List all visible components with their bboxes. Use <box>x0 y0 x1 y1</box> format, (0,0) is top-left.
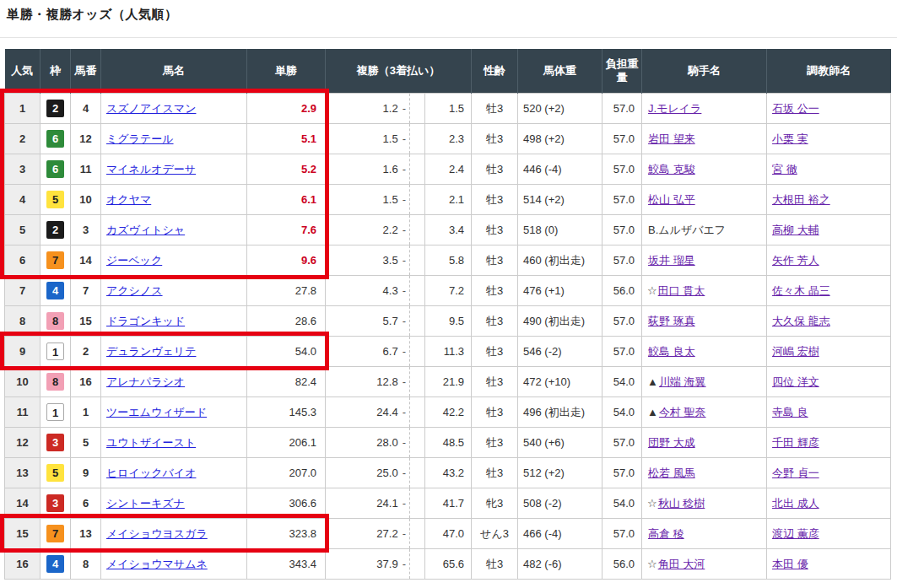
horse-name-link[interactable]: シントーキズナ <box>106 497 185 510</box>
horse-name-link[interactable]: オクヤマ <box>106 193 151 206</box>
horse-name-link[interactable]: ミグラテール <box>106 132 174 145</box>
rank-cell: 13 <box>5 458 41 488</box>
trainer-link[interactable]: 寺島 良 <box>772 406 808 418</box>
place-odds-high: 9.5 <box>425 306 472 337</box>
table-row: 11 1 1 ツーエムウィザード 145.3 24.4- 42.2 牡3 496… <box>5 397 891 428</box>
frame-badge: 5 <box>46 191 64 208</box>
carry-weight-cell: 57.0 <box>603 337 642 367</box>
jockey-cell: ▲川端 海翼 <box>642 367 767 397</box>
horse-name-link[interactable]: ドラゴンキッド <box>106 315 185 327</box>
horse-name-link[interactable]: アクシノス <box>106 284 163 297</box>
horse-number-cell: 6 <box>71 488 101 519</box>
horse-name-link[interactable]: ツーエムウィザード <box>106 406 207 418</box>
frame-badge: 2 <box>46 221 64 239</box>
trainer-cell: 大久保 龍志 <box>767 306 891 337</box>
place-odds-separator: - <box>403 375 406 388</box>
trainer-link[interactable]: 北出 成人 <box>772 497 819 510</box>
horse-name-link[interactable]: カズヴィトシャ <box>106 224 185 236</box>
horse-number-cell: 3 <box>71 215 101 245</box>
place-odds-spacer <box>410 306 425 337</box>
frame-cell: 2 <box>41 94 71 124</box>
frame-cell: 8 <box>41 306 71 337</box>
horse-name-link[interactable]: ヒロイックバイオ <box>106 467 196 479</box>
trainer-link[interactable]: 大根田 裕之 <box>772 193 830 206</box>
carry-weight-cell: 57.0 <box>603 306 642 337</box>
frame-cell: 7 <box>41 519 71 549</box>
jockey-cell: ☆秋山 稔樹 <box>642 488 767 519</box>
jockey-link[interactable]: 岩田 望来 <box>648 132 695 145</box>
rank-cell: 8 <box>5 306 41 337</box>
horse-name-link[interactable]: アレナパラシオ <box>106 375 185 388</box>
jockey-cell: 高倉 稜 <box>642 519 767 549</box>
trainer-link[interactable]: 河嶋 宏樹 <box>772 345 819 358</box>
place-odds-high: 47.0 <box>425 519 472 549</box>
title-divider <box>0 37 897 38</box>
frame-badge: 1 <box>46 403 64 421</box>
place-odds-separator: - <box>403 102 406 115</box>
rank-cell: 6 <box>5 245 41 276</box>
trainer-link[interactable]: 佐々木 晶三 <box>772 284 830 297</box>
horse-name-link[interactable]: スズノアイスマン <box>106 102 196 115</box>
trainer-link[interactable]: 千田 輝彦 <box>772 436 819 449</box>
horse-name-link[interactable]: ユウトザイースト <box>106 436 196 449</box>
horse-name-cell: ジーベック <box>101 245 247 276</box>
jockey-link[interactable]: 団野 大成 <box>648 436 695 449</box>
win-odds: 207.0 <box>247 458 326 488</box>
horse-name-cell: カズヴィトシャ <box>101 215 247 245</box>
jockey-link[interactable]: 荻野 琢真 <box>648 315 695 327</box>
jockey-link[interactable]: 川端 海翼 <box>659 375 706 388</box>
jockey-link[interactable]: 鮫島 良太 <box>648 345 695 358</box>
sex-age-cell: 牡3 <box>472 124 518 154</box>
horse-name-link[interactable]: メイショウマサムネ <box>106 558 208 570</box>
jockey-link[interactable]: 松若 風馬 <box>648 467 695 479</box>
carry-weight-cell: 54.0 <box>603 367 642 397</box>
frame-cell: 4 <box>41 276 71 306</box>
jockey-link[interactable]: J.モレイラ <box>648 102 701 115</box>
trainer-link[interactable]: 四位 洋文 <box>772 375 819 388</box>
jockey-link[interactable]: 高倉 稜 <box>648 527 684 540</box>
jockey-link[interactable]: 今村 聖奈 <box>659 406 706 418</box>
horse-weight-cell: 514 (+2) <box>518 185 603 215</box>
horse-number-cell: 1 <box>71 397 101 428</box>
trainer-link[interactable]: 高柳 大輔 <box>772 224 819 236</box>
place-odds-separator: - <box>403 406 406 418</box>
horse-name-link[interactable]: デュランヴェリテ <box>106 345 196 358</box>
sex-age-cell: 牡3 <box>472 397 518 428</box>
trainer-link[interactable]: 宮 徹 <box>772 163 797 175</box>
trainer-link[interactable]: 渡辺 薫彦 <box>772 527 819 540</box>
horse-name-cell: ヒロイックバイオ <box>101 458 247 488</box>
jockey-link[interactable]: 松山 弘平 <box>648 193 695 206</box>
horse-weight-cell: 482 (-6) <box>518 549 603 580</box>
jockey-cell: 坂井 瑠星 <box>642 245 767 276</box>
place-odds-spacer <box>410 337 425 367</box>
trainer-link[interactable]: 本田 優 <box>772 558 808 570</box>
trainer-link[interactable]: 石坂 公一 <box>772 102 819 115</box>
trainer-link[interactable]: 大久保 龍志 <box>772 315 830 327</box>
jockey-link[interactable]: 角田 大河 <box>658 558 705 570</box>
jockey-link[interactable]: 田口 貫太 <box>658 284 705 297</box>
jockey-link[interactable]: 鮫島 克駿 <box>648 163 695 175</box>
place-odds-separator: - <box>403 497 406 510</box>
trainer-link[interactable]: 矢作 芳人 <box>772 254 819 267</box>
horse-weight-cell: 466 (-4) <box>518 519 603 549</box>
jockey-link[interactable]: 秋山 稔樹 <box>658 497 705 510</box>
col-header-number: 馬番 <box>71 49 101 94</box>
table-row: 5 2 3 カズヴィトシャ 7.6 2.2- 3.4 牡3 518 (0) 57… <box>5 215 891 245</box>
trainer-link[interactable]: 今野 貞一 <box>772 467 819 479</box>
horse-number-cell: 9 <box>71 458 101 488</box>
jockey-link[interactable]: 坂井 瑠星 <box>648 254 695 267</box>
horse-name-cell: アレナパラシオ <box>101 367 247 397</box>
carry-weight-cell: 57.0 <box>603 154 642 185</box>
horse-name-link[interactable]: ジーベック <box>106 254 162 267</box>
horse-name-link[interactable]: メイショウヨスガラ <box>106 527 208 540</box>
rank-cell: 7 <box>5 276 41 306</box>
col-header-sex-age: 性齢 <box>472 49 518 94</box>
col-header-weight: 馬体重 <box>518 49 603 94</box>
place-odds-high: 2.4 <box>425 154 472 185</box>
horse-name-link[interactable]: マイネルオデーサ <box>106 163 196 175</box>
place-odds-low: 2.2- <box>326 215 410 245</box>
sex-age-cell: 牡3 <box>472 458 518 488</box>
carry-weight-cell: 57.0 <box>603 458 642 488</box>
jockey-mark: ☆ <box>647 558 657 570</box>
trainer-link[interactable]: 小栗 実 <box>772 132 808 145</box>
